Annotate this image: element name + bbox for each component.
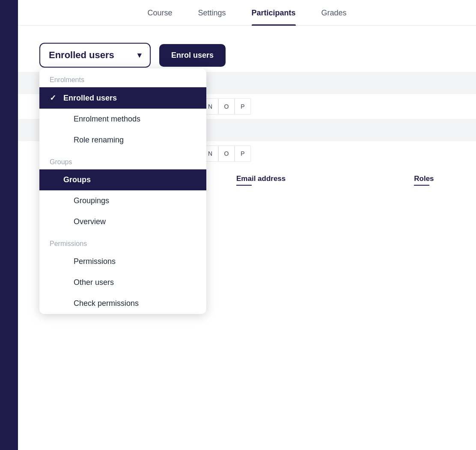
dropdown-current-label: Enrolled users <box>49 50 114 61</box>
dropdown-item-check-permissions[interactable]: Check permissions <box>39 293 206 314</box>
alpha-letter-p[interactable]: P <box>235 98 251 115</box>
alpha-letter2-o[interactable]: O <box>218 145 235 162</box>
dropdown-item-permissions[interactable]: Permissions <box>39 251 206 272</box>
dropdown-category-permissions: Permissions <box>39 232 206 251</box>
email-header: Email address <box>236 175 286 183</box>
top-row: Enrolled users ▾ Enrol users <box>39 43 463 68</box>
dropdown-menu: Enrolments ✓ Enrolled users Enrolment me… <box>39 68 206 314</box>
main-content: Enrolled users ▾ Enrol users Enrolments … <box>18 26 476 202</box>
tab-grades[interactable]: Grades <box>321 9 347 25</box>
alpha-letter-o[interactable]: O <box>218 98 235 115</box>
tab-settings[interactable]: Settings <box>198 9 226 25</box>
dropdown-item-enrolment-methods[interactable]: Enrolment methods <box>39 109 206 130</box>
dropdown-item-groupings[interactable]: Groupings <box>39 190 206 211</box>
enrolled-users-dropdown[interactable]: Enrolled users ▾ <box>39 43 151 68</box>
roles-header: Roles <box>414 175 434 183</box>
dropdown-item-other-users[interactable]: Other users <box>39 272 206 293</box>
dropdown-item-groups[interactable]: Groups <box>39 169 206 190</box>
dropdown-item-role-renaming[interactable]: Role renaming <box>39 130 206 151</box>
chevron-down-icon: ▾ <box>137 50 141 60</box>
dropdown-item-overview[interactable]: Overview <box>39 211 206 232</box>
alpha-letter2-p[interactable]: P <box>235 145 251 162</box>
tab-participants[interactable]: Participants <box>252 9 296 25</box>
top-nav: Course Settings Participants Grades <box>18 0 476 26</box>
tab-course[interactable]: Course <box>147 9 172 25</box>
dropdown-item-enrolled-users[interactable]: ✓ Enrolled users <box>39 87 206 109</box>
dropdown-category-enrolments: Enrolments <box>39 68 206 87</box>
dropdown-category-groups: Groups <box>39 151 206 169</box>
check-icon: ✓ <box>50 93 58 103</box>
sidebar-strip <box>0 0 18 450</box>
enrol-users-button[interactable]: Enrol users <box>159 44 226 67</box>
